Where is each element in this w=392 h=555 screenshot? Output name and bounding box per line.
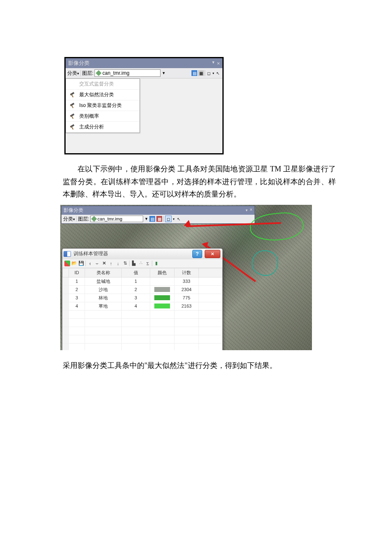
table-header-row: ID 类名称 值 颜色 计数 — [63, 268, 222, 277]
table-row[interactable]: 2沙地22304 — [63, 285, 222, 294]
polygon-icon[interactable]: ◻ — [206, 70, 212, 76]
classify-button[interactable]: 分类▾ — [63, 216, 75, 223]
samples-table: ID 类名称 值 颜色 计数 1盐碱地13332沙地223043林地37754草… — [62, 268, 222, 350]
hammer-icon — [69, 103, 75, 109]
col-color[interactable]: 颜色 — [150, 268, 175, 277]
table-row[interactable]: 4草地42163 — [63, 302, 222, 310]
col-name[interactable]: 类名称 — [85, 268, 122, 277]
down-icon[interactable]: ↓ — [115, 261, 121, 266]
save-icon[interactable]: 💾 — [78, 261, 84, 266]
col-value[interactable]: 值 — [122, 268, 150, 277]
table-row-empty — [63, 343, 222, 350]
layer-dropdown[interactable]: can_tmr.img — [90, 216, 143, 222]
dialog-toolbar: 📂 💾 ⫞ ⫟ ✕ ↑ ↓ ⇅ ▙ ∴ Σ ▮ — [62, 259, 222, 268]
chevron-down-icon[interactable]: ▼ — [162, 71, 165, 75]
layer-dropdown[interactable]: can_tmr.img — [94, 69, 161, 77]
up-icon[interactable]: ↑ — [108, 261, 114, 266]
classify-dropdown-menu: 交互式监督分类 最大似然法分类 Iso 聚类非监督分类 类别概率 主成分分析 — [66, 78, 140, 133]
menu-item-interactive: 交互式监督分类 — [66, 79, 139, 90]
layer-label: 图层: — [82, 70, 93, 77]
paragraph-2: 采用影像分类工具条中的"最大似然法"进行分类，得到如下结果。 — [63, 359, 336, 372]
list-icon[interactable]: ▤ — [149, 216, 155, 222]
table-row[interactable]: 3林地3775 — [63, 294, 222, 302]
grid-icon[interactable]: ▦ — [198, 70, 204, 76]
close-button[interactable]: × — [205, 250, 220, 258]
table-row-empty — [63, 318, 222, 327]
signature-icon[interactable]: ▮ — [153, 261, 159, 266]
chevron-down-icon[interactable]: ▾ — [173, 217, 175, 221]
hammer-icon — [69, 114, 75, 119]
split-icon[interactable]: ⫟ — [94, 261, 100, 266]
reorder-icon[interactable]: ⇅ — [122, 261, 128, 266]
menu-item-iso-cluster[interactable]: Iso 聚类非监督分类 — [66, 100, 139, 111]
chevron-down-icon[interactable]: ▾ — [213, 71, 214, 75]
chevron-down-icon[interactable]: ▼ — [144, 217, 148, 221]
screenshot-training-manager: 影像分类 ▼ × 分类▾ 图层: can_tmr.img ▼ ▤ ▦ ◻ ▾ ↖ — [60, 205, 312, 350]
histogram-icon[interactable]: ▙ — [131, 261, 137, 266]
dialog-icon — [64, 251, 71, 257]
layer-label: 图层: — [78, 216, 89, 223]
toolbar-title: 影像分类 — [68, 59, 90, 67]
dropdown-icon[interactable]: ▼ — [211, 60, 215, 66]
dialog-title: 训练样本管理器 — [73, 250, 190, 257]
training-sample-manager-dialog: 训练样本管理器 ? × 📂 💾 ⫞ ⫟ ✕ ↑ ↓ ⇅ ▙ ∴ Σ ▮ — [62, 248, 223, 350]
dialog-titlebar[interactable]: 训练样本管理器 ? × — [62, 249, 222, 259]
clear-icon[interactable]: ↖ — [215, 70, 221, 76]
layer-icon — [96, 70, 102, 76]
list-icon[interactable]: ▤ — [191, 70, 197, 76]
delete-icon[interactable]: ✕ — [101, 261, 107, 266]
scatter-icon[interactable]: ∴ — [138, 261, 144, 266]
col-id[interactable]: ID — [69, 268, 85, 277]
table-row[interactable]: 1盐碱地1333 — [63, 277, 222, 285]
table-row-empty — [63, 335, 222, 343]
hammer-icon — [69, 124, 75, 130]
layer-value: can_tmr.img — [102, 70, 129, 76]
toolbar2-title: 影像分类 — [64, 207, 83, 214]
close-icon[interactable]: × — [250, 207, 253, 213]
close-icon[interactable]: × — [217, 60, 220, 66]
paragraph-1: 在以下示例中，使用影像分类 工具条对美国陆地资源卫星 TM 卫星影像进行了监督分… — [63, 163, 336, 201]
toolbar-titlebar: 影像分类 ▼ × — [66, 58, 222, 68]
open-icon[interactable]: 📂 — [71, 261, 77, 266]
screenshot-toolbar-menu: 影像分类 ▼ × 分类▾ 图层: can_tmr.img ▼ ▤ ▦ ◻ ▾ ↖ — [64, 57, 224, 154]
toolbar-row: 分类▾ 图层: can_tmr.img ▼ ▤ ▦ ◻ ▾ ↖ — [66, 68, 222, 78]
dropdown-icon[interactable]: ▼ — [245, 209, 248, 212]
menu-item-class-probability[interactable]: 类别概率 — [66, 111, 139, 122]
grid-icon[interactable]: ▦ — [156, 216, 162, 222]
clear-icon[interactable]: ↖ — [176, 216, 182, 222]
toolbar2: 影像分类 ▼ × 分类▾ 图层: can_tmr.img ▼ ▤ ▦ ◻ ▾ ↖ — [61, 206, 255, 224]
table-row-empty — [63, 310, 222, 318]
stats-icon[interactable]: Σ — [145, 261, 151, 266]
menu-item-pca[interactable]: 主成分分析 — [66, 122, 139, 133]
layer-value: can_tmr.img — [97, 216, 122, 221]
layer-icon — [91, 216, 97, 222]
table-row-empty — [63, 327, 222, 335]
menu-item-maxlikelihood[interactable]: 最大似然法分类 — [66, 90, 139, 100]
classify-button[interactable]: 分类▾ — [67, 70, 79, 77]
col-count[interactable]: 计数 — [175, 268, 199, 277]
polygon-icon[interactable]: ◻ — [165, 216, 172, 222]
help-button[interactable]: ? — [192, 250, 202, 258]
hammer-icon — [69, 92, 75, 98]
sample-polygon-teal — [252, 250, 278, 276]
merge-icon[interactable]: ⫞ — [87, 261, 93, 266]
new-icon[interactable] — [64, 261, 70, 266]
